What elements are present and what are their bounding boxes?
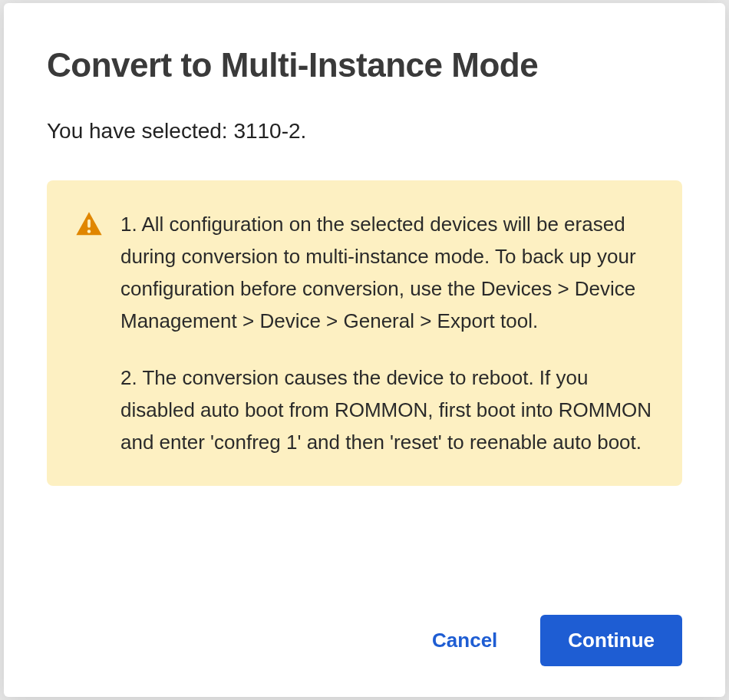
- svg-point-1: [87, 229, 91, 233]
- warning-text: 1. All configuration on the selected dev…: [120, 208, 655, 459]
- continue-button[interactable]: Continue: [540, 615, 682, 666]
- selected-device-text: You have selected: 3110-2.: [47, 119, 682, 144]
- svg-rect-0: [87, 219, 91, 227]
- modal-footer: Cancel Continue: [47, 584, 682, 666]
- selected-prefix: You have selected:: [47, 119, 233, 143]
- warning-item-2: 2. The conversion causes the device to r…: [120, 362, 655, 458]
- warning-box: 1. All configuration on the selected dev…: [47, 180, 682, 487]
- warning-icon: [74, 208, 104, 459]
- convert-multi-instance-modal: Convert to Multi-Instance Mode You have …: [4, 3, 725, 697]
- modal-title: Convert to Multi-Instance Mode: [47, 46, 682, 85]
- warning-item-1: 1. All configuration on the selected dev…: [120, 208, 655, 337]
- cancel-button[interactable]: Cancel: [429, 622, 500, 659]
- selected-device-name: 3110-2.: [233, 119, 306, 143]
